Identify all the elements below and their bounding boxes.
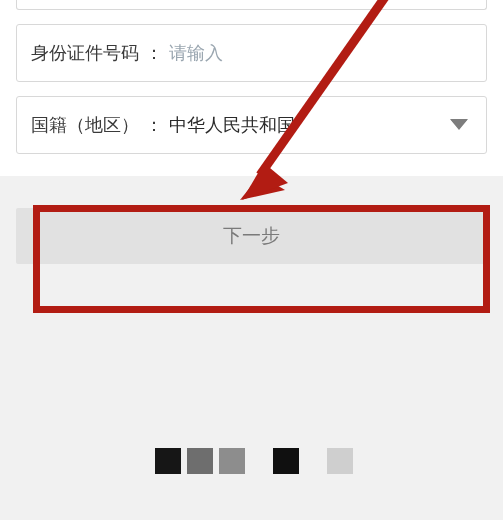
loader-dot xyxy=(273,448,299,474)
loader-dot xyxy=(327,448,353,474)
svg-marker-0 xyxy=(450,119,468,130)
loading-indicator xyxy=(155,448,353,474)
id-number-field[interactable]: 身份证件号码 ： 请输入 xyxy=(16,24,487,82)
nationality-field[interactable]: 国籍（地区） ： 中华人民共和国 xyxy=(16,96,487,154)
id-number-placeholder: 请输入 xyxy=(169,41,223,65)
loader-dot xyxy=(187,448,213,474)
id-number-label: 身份证件号码 xyxy=(31,41,139,65)
loader-dot xyxy=(305,448,321,474)
loader-dot xyxy=(251,448,267,474)
next-button-wrap: 下一步 xyxy=(16,208,487,264)
id-number-separator: ： xyxy=(145,41,163,65)
nationality-value: 中华人民共和国 xyxy=(169,113,295,137)
field-partial-top xyxy=(16,0,487,10)
chevron-down-icon xyxy=(450,119,468,131)
loader-dot xyxy=(219,448,245,474)
form-area: 身份证件号码 ： 请输入 国籍（地区） ： 中华人民共和国 xyxy=(0,0,503,154)
loader-dot xyxy=(155,448,181,474)
next-button[interactable]: 下一步 xyxy=(16,208,487,264)
nationality-label: 国籍（地区） xyxy=(31,113,139,137)
nationality-separator: ： xyxy=(145,113,163,137)
